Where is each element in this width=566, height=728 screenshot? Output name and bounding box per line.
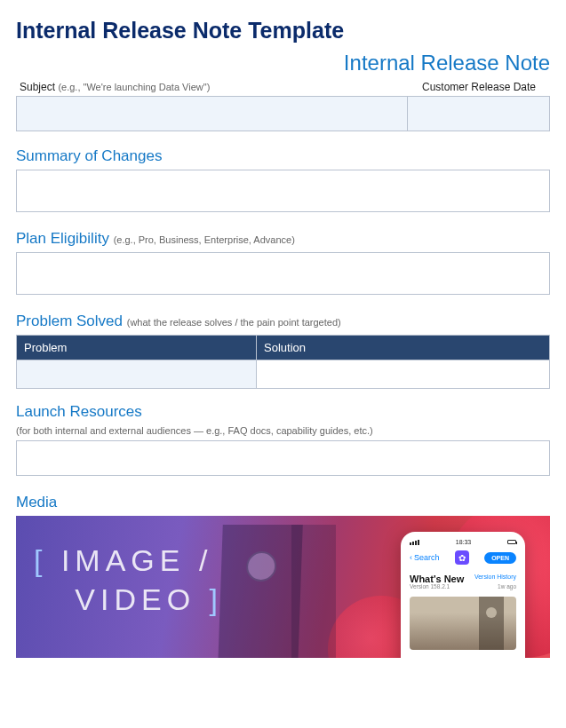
version-text: Version 158.2.1 <box>410 583 450 590</box>
subject-label: Subject (e.g., "We're launching Data Vie… <box>16 81 408 93</box>
media-title: Media <box>16 494 550 511</box>
phone-status-bar: 18:33 <box>410 539 516 545</box>
summary-input[interactable] <box>16 170 550 212</box>
problem-hint: (what the release solves / the pain poin… <box>127 317 341 328</box>
subject-input[interactable] <box>16 96 408 131</box>
banner-placeholder-text: [ IMAGE / VIDEO ] <box>34 541 223 619</box>
version-row: Version 158.2.1 1w ago <box>410 583 516 590</box>
tower-silhouette <box>291 525 336 658</box>
phone-mockup: 18:33 ‹ Search ✿ OPEN What's New Version… <box>401 532 525 658</box>
subject-hint: (e.g., "We're launching Data View") <box>58 82 210 92</box>
release-date-label: Customer Release Date <box>408 81 550 93</box>
app-icon: ✿ <box>455 550 469 565</box>
col-solution: Solution <box>257 336 550 360</box>
plan-section: Plan Eligibility (e.g., Pro, Business, E… <box>16 230 550 298</box>
subject-label-text: Subject <box>20 81 55 93</box>
col-problem: Problem <box>17 336 257 360</box>
version-age: 1w ago <box>498 583 516 590</box>
summary-title: Summary of Changes <box>16 147 550 165</box>
media-section: Media [ IMAGE / VIDEO ] 18:33 ‹ Search ✿… <box>16 494 550 658</box>
back-label: Search <box>414 553 440 562</box>
solution-cell[interactable] <box>257 360 550 389</box>
battery-icon <box>507 540 516 544</box>
release-date-input[interactable] <box>408 96 550 131</box>
open-button: OPEN <box>484 552 516 564</box>
problem-cell[interactable] <box>17 360 257 389</box>
tower-silhouette <box>218 525 303 658</box>
problem-title-text: Problem Solved <box>16 313 123 329</box>
header-fields-row: Subject (e.g., "We're launching Data Vie… <box>16 81 550 131</box>
launch-section: Launch Resources (for both internal and … <box>16 403 550 479</box>
plan-title-text: Plan Eligibility <box>16 230 109 247</box>
problem-section: Problem Solved (what the release solves … <box>16 313 550 389</box>
subtitle: Internal Release Note <box>16 51 550 75</box>
problem-table: Problem Solution <box>16 335 550 389</box>
launch-sub: (for both internal and external audience… <box>16 425 550 436</box>
summary-section: Summary of Changes <box>16 147 550 216</box>
plan-hint: (e.g., Pro, Business, Enterprise, Advanc… <box>114 234 295 245</box>
main-title: Internal Release Note Template <box>16 18 550 44</box>
launch-title: Launch Resources <box>16 403 550 421</box>
problem-title: Problem Solved (what the release solves … <box>16 313 550 330</box>
phone-nav: ‹ Search ✿ OPEN <box>410 550 516 565</box>
app-screenshot <box>410 597 516 650</box>
back-button: ‹ Search <box>410 553 440 562</box>
chevron-left-icon: ‹ <box>410 553 412 562</box>
media-banner: [ IMAGE / VIDEO ] 18:33 ‹ Search ✿ OPEN … <box>16 516 550 658</box>
table-row <box>17 360 550 389</box>
signal-icon <box>410 540 419 545</box>
plan-input[interactable] <box>16 252 550 295</box>
launch-input[interactable] <box>16 440 550 476</box>
phone-time: 18:33 <box>456 539 472 545</box>
plan-title: Plan Eligibility (e.g., Pro, Business, E… <box>16 230 550 248</box>
